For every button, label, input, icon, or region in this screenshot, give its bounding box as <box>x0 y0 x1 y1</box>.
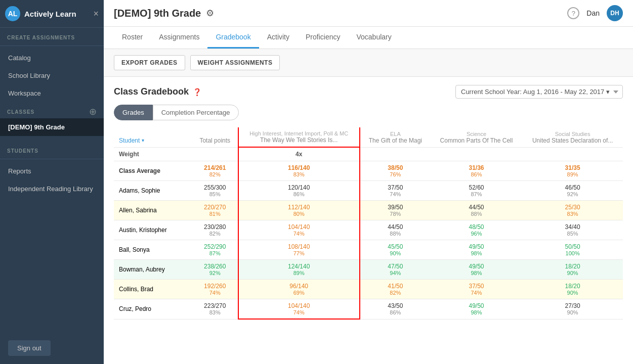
export-grades-button[interactable]: EXPORT GRADES <box>114 55 185 70</box>
declaration-header: Social Studies United States Declaration… <box>522 127 623 147</box>
total-points-header: Total points <box>192 127 238 147</box>
student-col5: 50/50 100% <box>522 240 623 260</box>
grades-view-button[interactable]: Grades <box>114 105 153 120</box>
topbar: [DEMO] 9th Grade ⚙ ? Dan DH <box>104 0 633 27</box>
tab-proficiency[interactable]: Proficiency <box>298 27 348 49</box>
settings-icon[interactable]: ⚙ <box>206 8 214 19</box>
sidebar-header: AL Actively Learn × <box>0 0 104 28</box>
sidebar-item-9th-grade[interactable]: [DEMO] 9th Grade <box>0 118 104 136</box>
student-total: 238/260 92% <box>192 260 238 280</box>
sidebar-item-independent-reading[interactable]: Independent Reading Library <box>0 180 104 198</box>
student-col5: 25/30 83% <box>522 201 623 220</box>
gift-of-magi-title: The Gift of the Magi <box>365 137 426 144</box>
declaration-title: United States Declaration of... <box>527 137 618 144</box>
tab-activity[interactable]: Activity <box>259 27 298 49</box>
sidebar-item-catalog[interactable]: Catalog <box>0 49 104 67</box>
add-class-button[interactable]: ⊕ <box>89 107 97 116</box>
view-toggle: Grades Completion Percentage <box>114 105 623 120</box>
table-row: Collins, Brad 192/260 74% 96/140 69% 41/… <box>114 280 623 299</box>
weight-col4 <box>431 147 522 161</box>
table-row: Ball, Sonya 252/290 87% 108/140 77% 45/5… <box>114 240 623 260</box>
student-total: 223/270 83% <box>192 299 238 320</box>
student-name-cell: Allen, Sabrina <box>114 201 192 220</box>
student-col4: 48/50 96% <box>431 220 522 240</box>
sidebar: AL Actively Learn × CREATE ASSIGNMENTS C… <box>0 0 104 364</box>
navigation-tabs: Roster Assignments Gradebook Activity Pr… <box>104 27 633 49</box>
gradebook-toolbar: EXPORT GRADES WEIGHT ASSIGNMENTS <box>104 49 633 77</box>
category-label: High Interest, Internet Import, Poll & M… <box>244 130 354 136</box>
class-avg-col4: 31/36 86% <box>431 161 522 181</box>
completion-view-button[interactable]: Completion Percentage <box>153 105 239 120</box>
student-col5: 46/50 92% <box>522 181 623 201</box>
gradebook-content: Class Gradebook ❓ Current School Year: A… <box>104 77 633 364</box>
student-col4: 52/60 87% <box>431 181 522 201</box>
student-col2: 108/140 77% <box>238 240 360 260</box>
help-icon[interactable]: ? <box>567 7 579 19</box>
tab-vocabulary[interactable]: Vocabulary <box>348 27 399 49</box>
school-year-select[interactable]: Current School Year: Aug 1, 2016 - May 2… <box>455 85 623 99</box>
sidebar-item-reports[interactable]: Reports <box>0 162 104 180</box>
student-name-cell: Ball, Sonya <box>114 240 192 260</box>
classes-section-header: CLASSES ⊕ <box>0 102 104 118</box>
student-col3: 37/50 74% <box>360 181 431 201</box>
social-studies-category: Social Studies <box>527 131 618 137</box>
class-avg-col5: 31/35 89% <box>522 161 623 181</box>
student-col2: 120/140 86% <box>238 181 360 201</box>
gradebook-help-icon[interactable]: ❓ <box>193 88 201 96</box>
topbar-left: [DEMO] 9th Grade ⚙ <box>114 8 214 19</box>
student-name-cell: Adams, Sophie <box>114 181 192 201</box>
sidebar-close-icon[interactable]: × <box>93 9 99 19</box>
tab-gradebook[interactable]: Gradebook <box>207 27 259 49</box>
student-sort-control[interactable]: Student ▾ <box>119 137 187 144</box>
way-we-tell-header: High Interest, Internet Import, Poll & M… <box>238 127 360 147</box>
sidebar-item-workspace[interactable]: Workspace <box>0 84 104 102</box>
weight-label: Weight <box>114 147 192 161</box>
table-row: Austin, Kristopher 230/280 82% 104/140 7… <box>114 220 623 240</box>
student-col3: 41/50 82% <box>360 280 431 299</box>
page-title: [DEMO] 9th Grade <box>114 8 201 19</box>
weight-assignments-button[interactable]: WEIGHT ASSIGNMENTS <box>190 55 280 70</box>
user-avatar: DH <box>607 5 623 21</box>
gradebook-header-row: Class Gradebook ❓ Current School Year: A… <box>114 85 623 99</box>
student-total: 230/280 82% <box>192 220 238 240</box>
common-parts-title: Common Parts Of The Cell <box>436 137 517 144</box>
ela-category: ELA <box>365 131 426 137</box>
student-col5: 27/30 90% <box>522 299 623 320</box>
student-col4: 49/50 98% <box>431 260 522 280</box>
student-total: 220/270 81% <box>192 201 238 220</box>
tab-assignments[interactable]: Assignments <box>151 27 207 49</box>
student-col3: 39/50 78% <box>360 201 431 220</box>
class-avg-col2: 116/140 83% <box>238 161 360 181</box>
weight-col5 <box>522 147 623 161</box>
student-col2: 112/140 80% <box>238 201 360 220</box>
create-assignments-label: CREATE ASSIGNMENTS <box>0 28 104 42</box>
divider-2 <box>0 159 104 159</box>
table-row: Allen, Sabrina 220/270 81% 112/140 80% 3… <box>114 201 623 220</box>
school-year-container: Current School Year: Aug 1, 2016 - May 2… <box>455 85 623 99</box>
topbar-right: ? Dan DH <box>567 5 623 21</box>
student-col4: 49/50 98% <box>431 240 522 260</box>
sign-out-button[interactable]: Sign out <box>8 340 51 356</box>
student-total: 252/290 87% <box>192 240 238 260</box>
student-name-cell: Bowman, Aubrey <box>114 260 192 280</box>
student-name-cell: Austin, Kristopher <box>114 220 192 240</box>
table-row: Bowman, Aubrey 238/260 92% 124/140 89% 4… <box>114 260 623 280</box>
gradebook-table: Student ▾ Total points High Interest, In… <box>114 127 623 320</box>
student-col4: 44/50 88% <box>431 201 522 220</box>
gradebook-title: Class Gradebook ❓ <box>114 86 201 97</box>
table-row: Adams, Sophie 255/300 85% 120/140 86% 37… <box>114 181 623 201</box>
sidebar-item-school-library[interactable]: School Library <box>0 67 104 84</box>
common-parts-header: Science Common Parts Of The Cell <box>431 127 522 147</box>
student-total: 192/260 74% <box>192 280 238 299</box>
students-label: STUDENTS <box>0 141 104 156</box>
sort-icon: ▾ <box>142 138 144 143</box>
sign-out-section: Sign out <box>0 332 104 364</box>
student-total: 255/300 85% <box>192 181 238 201</box>
user-name: Dan <box>586 9 600 17</box>
weight-col2: 4x <box>238 147 360 161</box>
student-col5: 18/20 90% <box>522 260 623 280</box>
student-col3: 44/50 88% <box>360 220 431 240</box>
science-category: Science <box>436 131 517 137</box>
student-col3: 47/50 94% <box>360 260 431 280</box>
tab-roster[interactable]: Roster <box>114 27 151 49</box>
